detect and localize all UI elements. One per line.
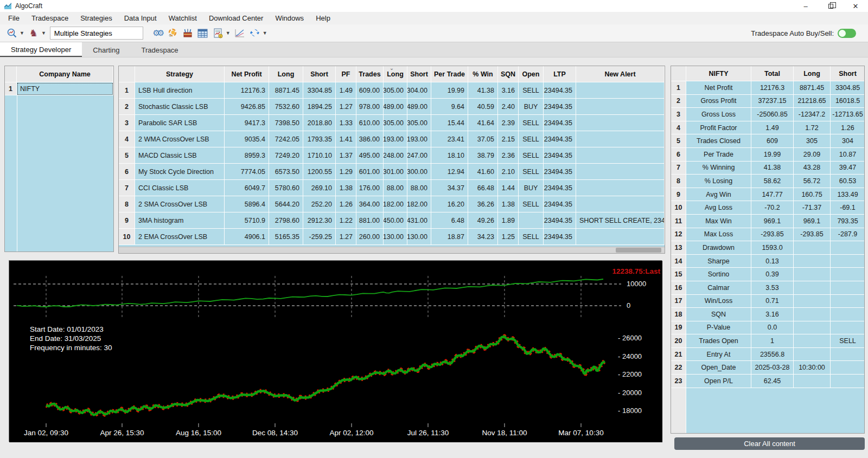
strategy-row[interactable]: 3Parabolic SAR LSB9417.37398.502018.801.… (119, 115, 665, 131)
auto-buysell-toggle[interactable] (838, 29, 856, 38)
menu-item-windows[interactable]: Windows (269, 12, 310, 24)
stats-row[interactable]: 19P-Value0.0 (671, 321, 864, 335)
stats-row[interactable]: 15Sortino0.39 (671, 268, 864, 281)
strategy-cell: 301.00 (384, 164, 407, 180)
strategy-cell: 2.15 (498, 131, 519, 147)
line-chart-icon[interactable] (233, 27, 246, 40)
strategy-cell: 489.00 (384, 99, 407, 115)
menu-item-download-center[interactable]: Download Center (203, 12, 269, 24)
stats-row[interactable]: 18SQN3.16 (671, 308, 864, 321)
stats-row[interactable]: 9Avg Win147.77160.75133.49 (671, 188, 864, 202)
collapse-chevron-icon[interactable]: ⌄ (390, 66, 394, 70)
stats-row[interactable]: 23Open P/L62.45 (671, 375, 864, 388)
company-row[interactable]: 1NIFTY (5, 82, 113, 95)
stats-row[interactable]: 10Avg Loss-70.2-71.37-69.1 (671, 201, 864, 215)
search-dropdown-caret[interactable]: ▼ (20, 30, 24, 36)
stats-row[interactable]: 17Win/Loss0.71 (671, 295, 864, 308)
strategy-row[interactable]: 2Stochastic Classic LSB9426.857532.60189… (119, 99, 665, 115)
stats-cell (831, 321, 865, 335)
stats-cell (794, 255, 831, 268)
report-icon[interactable]: i (212, 27, 225, 40)
data-table-icon[interactable] (196, 27, 209, 40)
report-dropdown-caret[interactable]: ▼ (226, 30, 231, 36)
strategy-cell: 23494.35 (544, 115, 576, 131)
stats-row[interactable]: 12Max Loss-293.85-293.85-287.9 (671, 228, 864, 242)
stats-row[interactable]: 21Entry At23556.8 (671, 348, 864, 362)
menu-item-tradespace[interactable]: Tradespace (25, 12, 74, 24)
strategy-cell: 2018.80 (303, 115, 336, 131)
strategy-knight-icon[interactable]: ♞ (27, 27, 40, 40)
strategy-cell: 23494.35 (544, 229, 576, 245)
strategy-cell: 23494.35 (544, 164, 576, 180)
row-number: 11 (671, 215, 686, 228)
stats-cell (831, 375, 865, 388)
stats-row[interactable]: 22Open_Date2025-03-2810:30:00 (671, 361, 864, 375)
refresh-dropdown-caret[interactable]: ▼ (263, 30, 267, 36)
stats-row[interactable]: 2Gross Profit37237.1521218.6516018.5 (671, 95, 864, 108)
strategy-cell (519, 212, 544, 229)
refresh-icon[interactable] (248, 27, 261, 40)
strategy-row[interactable]: 1LSB Hull direction12176.38871.453304.85… (119, 82, 665, 99)
tab-charting[interactable]: Charting (82, 42, 130, 57)
gears-icon[interactable]: ⚙⚙ (151, 27, 164, 40)
strategy-cell: 34.23 (468, 229, 498, 245)
stats-row[interactable]: 6Per Trade19.9929.0910.87 (671, 148, 864, 162)
minimize-button[interactable]: – (793, 0, 818, 12)
performance-chart[interactable]: 10000012238.75:LastStart Date: 01/01/202… (9, 260, 662, 442)
menu-item-file[interactable]: File (2, 12, 25, 24)
close-button[interactable]: ✕ (843, 0, 868, 12)
stats-cell: 3304.85 (831, 81, 865, 95)
stats-col-header-short: Short (831, 66, 865, 81)
stats-row[interactable]: 20Trades Open1SELL (671, 334, 864, 348)
strategy-cell: 5780.60 (269, 180, 303, 196)
company-cell[interactable]: NIFTY (17, 82, 113, 95)
tab-strategy-developer[interactable]: Strategy Developer (0, 42, 82, 57)
stats-row[interactable]: 1Net Profit12176.38871.453304.85 (671, 81, 864, 95)
strategy-row[interactable]: 7CCI Classic LSB6049.75780.60269.101.381… (119, 180, 665, 196)
menu-item-data-input[interactable]: Data Input (118, 12, 163, 24)
stats-row[interactable]: 4Profit Factor1.491.721.26 (671, 121, 864, 135)
strategy-cell: 23494.35 (544, 196, 576, 212)
strategy-row[interactable]: 5MACD Classic LSB8959.37249.201710.101.3… (119, 147, 665, 164)
clear-all-content-button[interactable]: Clear All content (674, 437, 865, 450)
stats-cell: 133.49 (831, 188, 865, 202)
stats-cell: -69.1 (831, 201, 865, 215)
strategy-cell: My Stock Cycle Direction (135, 164, 225, 180)
stats-cell: Gross Loss (686, 108, 751, 121)
svg-text:Jul 26, 11:30: Jul 26, 11:30 (407, 429, 449, 437)
strategy-dropdown-caret[interactable]: ▼ (41, 30, 46, 36)
menu-item-strategies[interactable]: Strategies (74, 12, 118, 24)
stats-row[interactable]: 7% Winning41.3843.2839.47 (671, 162, 864, 175)
horizontal-scrollbar[interactable] (119, 247, 665, 253)
stats-row[interactable]: 11Max Win969.1969.1793.35 (671, 215, 864, 228)
strategy-row[interactable]: 93MA histogram5710.92798.602912.301.2288… (119, 212, 665, 229)
optimize-gear-icon[interactable] (166, 27, 179, 40)
strategy-cell: 1.22 (336, 212, 356, 229)
stats-row[interactable]: 13Drawdown1593.0 (671, 241, 864, 255)
strategy-row[interactable]: 42 WMA CrossOver LSB9035.47242.051793.35… (119, 131, 665, 147)
tab-tradespace[interactable]: Tradespace (130, 42, 189, 57)
stats-row[interactable]: 14Sharpe0.13 (671, 255, 864, 268)
scrollbar-thumb[interactable] (616, 248, 661, 253)
stats-row[interactable]: 16Calmar3.53 (671, 281, 864, 295)
strategy-cell: Stochastic Classic LSB (135, 99, 225, 115)
col-header-new-alert: New Alert (576, 66, 665, 82)
stats-row[interactable]: 5Trades Closed609305304 (671, 134, 864, 148)
stats-row[interactable]: 3Gross Loss-25060.85-12347.2-12713.65 (671, 108, 864, 121)
menu-item-watchlist[interactable]: Watchlist (163, 12, 203, 24)
strategy-cell: 1.41 (336, 131, 356, 147)
row-number: 2 (119, 99, 135, 115)
tab-bar: Strategy DeveloperChartingTradespace (0, 42, 868, 57)
search-chart-icon[interactable] (5, 27, 18, 40)
strategy-row[interactable]: 82 SMA CrossOver LSB5896.45644.20252.201… (119, 196, 665, 212)
strategy-row[interactable]: 6My Stock Cycle Direction7774.056573.501… (119, 164, 665, 180)
stats-row[interactable]: 8% Losing58.6256.7260.53 (671, 175, 864, 188)
strategy-row[interactable]: 102 EMA CrossOver LSB4906.15165.35-259.2… (119, 229, 665, 245)
strategy-cell: 1894.25 (303, 99, 336, 115)
menu-item-help[interactable]: Help (310, 12, 336, 24)
strategy-select-input[interactable] (50, 27, 143, 40)
svg-text:Aug 16, 15:00: Aug 16, 15:00 (176, 429, 221, 437)
toolbox-icon[interactable] (181, 27, 194, 40)
restore-button[interactable] (818, 0, 843, 12)
toggle-knob (839, 30, 846, 37)
